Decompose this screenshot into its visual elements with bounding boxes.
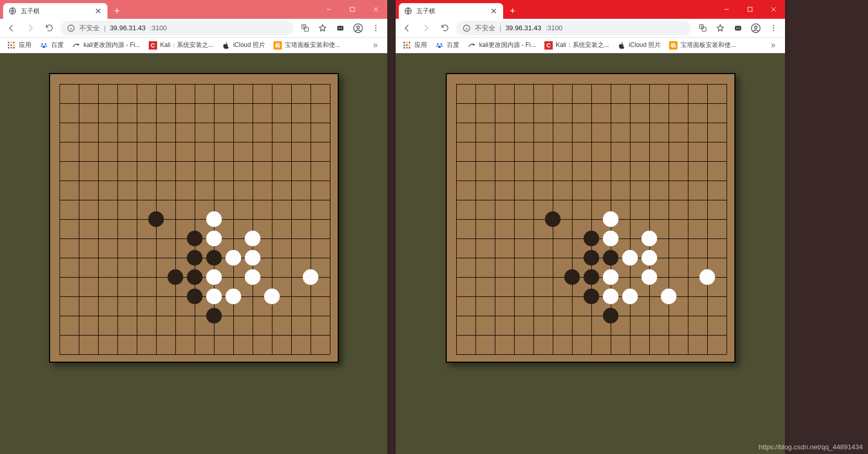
extension-icon[interactable] bbox=[731, 21, 745, 35]
bookmark-label: kali更改国内源 - Fi... bbox=[479, 41, 536, 50]
svg-point-53 bbox=[436, 45, 438, 47]
svg-rect-20 bbox=[10, 47, 12, 49]
menu-icon[interactable] bbox=[766, 21, 781, 35]
new-tab-button[interactable]: + bbox=[110, 4, 124, 18]
minimize-button[interactable] bbox=[317, 0, 340, 19]
close-window-button[interactable] bbox=[364, 0, 387, 19]
svg-point-40 bbox=[773, 27, 774, 28]
url-input[interactable]: 不安全|39.96.31.43:3100 bbox=[456, 21, 691, 35]
tab-close-icon[interactable] bbox=[490, 7, 498, 15]
url-host: 39.96.31.43 bbox=[110, 24, 146, 32]
stone-white bbox=[699, 269, 715, 285]
stone-white bbox=[603, 231, 619, 246]
browser-tab[interactable]: 五子棋 bbox=[399, 3, 503, 19]
stone-black bbox=[584, 289, 599, 304]
svg-rect-17 bbox=[10, 44, 12, 46]
profile-icon[interactable] bbox=[748, 21, 763, 35]
bookmark-overflow-icon[interactable] bbox=[367, 42, 383, 49]
bookmark-icon bbox=[617, 41, 626, 50]
bookmark-icon: C bbox=[544, 41, 553, 50]
bookmark-label: 应用 bbox=[414, 41, 427, 50]
globe-icon bbox=[8, 7, 17, 15]
back-button[interactable] bbox=[400, 21, 414, 35]
bookmark-item[interactable]: 杨宝塔面板安装和使... bbox=[270, 39, 343, 51]
star-icon[interactable] bbox=[315, 21, 330, 35]
profile-icon[interactable] bbox=[351, 21, 365, 35]
stone-white bbox=[206, 289, 222, 304]
grid-line bbox=[272, 84, 272, 354]
svg-point-25 bbox=[45, 45, 47, 47]
reload-button[interactable] bbox=[437, 21, 452, 35]
grid-line bbox=[456, 316, 727, 316]
svg-rect-48 bbox=[403, 47, 405, 49]
forward-button[interactable] bbox=[23, 21, 38, 35]
svg-rect-46 bbox=[406, 44, 408, 46]
bookmark-label: Kali：系统安装之... bbox=[556, 41, 609, 50]
star-icon[interactable] bbox=[713, 21, 728, 35]
bookmark-item[interactable]: CKali：系统安装之... bbox=[541, 39, 612, 51]
extension-icon[interactable] bbox=[333, 21, 348, 35]
gomoku-board[interactable] bbox=[49, 73, 339, 363]
forward-button[interactable] bbox=[419, 21, 433, 35]
url-input[interactable]: 不安全|39.96.31.43:3100 bbox=[61, 21, 293, 35]
svg-point-7 bbox=[341, 27, 342, 28]
bookmark-item[interactable]: 应用 bbox=[4, 39, 34, 51]
tab-close-icon[interactable] bbox=[94, 7, 102, 15]
grid-line bbox=[688, 84, 688, 354]
svg-rect-5 bbox=[337, 26, 343, 30]
bookmark-item[interactable]: iCloud 照片 bbox=[219, 39, 268, 51]
title-bar: 五子棋+ bbox=[0, 0, 387, 19]
stone-white bbox=[225, 250, 241, 266]
stone-white bbox=[264, 289, 280, 304]
stone-black bbox=[187, 289, 203, 304]
grid-line bbox=[60, 316, 330, 316]
svg-point-35 bbox=[736, 27, 738, 28]
bookmark-item[interactable]: 杨宝塔面板安装和使... bbox=[666, 39, 739, 51]
bookmark-item[interactable]: kali更改国内源 - Fi... bbox=[465, 39, 539, 51]
bookmark-item[interactable]: iCloud 照片 bbox=[614, 39, 664, 51]
bookmark-item[interactable]: 应用 bbox=[400, 39, 430, 51]
url-port: :3100 bbox=[545, 24, 563, 32]
new-tab-button[interactable]: + bbox=[505, 4, 520, 18]
svg-point-52 bbox=[441, 43, 442, 44]
browser-window: 五子棋+不安全|39.96.31.43:3100应用百度kali更改国内源 - … bbox=[396, 0, 785, 454]
svg-rect-43 bbox=[406, 42, 408, 43]
grid-line bbox=[291, 84, 292, 354]
grid-line bbox=[60, 354, 330, 355]
bookmark-item[interactable]: CKali：系统安装之... bbox=[146, 39, 217, 51]
bookmark-overflow-icon[interactable] bbox=[765, 42, 781, 49]
bookmark-icon bbox=[40, 41, 48, 50]
bookmark-label: 应用 bbox=[19, 41, 31, 50]
stone-white bbox=[622, 289, 638, 304]
stone-white bbox=[245, 269, 260, 285]
stone-black bbox=[206, 308, 222, 324]
grid-line bbox=[456, 335, 727, 336]
browser-tab[interactable]: 五子棋 bbox=[3, 3, 108, 19]
back-button[interactable] bbox=[4, 21, 19, 35]
translate-icon[interactable] bbox=[298, 21, 312, 35]
svg-rect-13 bbox=[8, 42, 9, 43]
menu-icon[interactable] bbox=[368, 21, 383, 35]
svg-rect-33 bbox=[702, 27, 706, 31]
gomoku-board[interactable] bbox=[446, 73, 735, 363]
svg-point-22 bbox=[41, 43, 43, 44]
svg-point-55 bbox=[438, 45, 441, 48]
close-window-button[interactable] bbox=[762, 0, 785, 19]
svg-text:C: C bbox=[151, 42, 155, 49]
grid-line bbox=[707, 84, 708, 354]
svg-point-23 bbox=[45, 43, 46, 44]
bookmark-icon bbox=[468, 41, 476, 50]
reload-button[interactable] bbox=[42, 21, 56, 35]
maximize-button[interactable] bbox=[340, 0, 364, 19]
translate-icon[interactable] bbox=[695, 21, 710, 35]
bookmark-item[interactable]: kali更改国内源 - Fi... bbox=[69, 39, 144, 51]
bookmark-item[interactable]: 百度 bbox=[37, 39, 67, 51]
bookmark-item[interactable]: 百度 bbox=[432, 39, 462, 51]
bookmark-label: Kali：系统安装之... bbox=[160, 41, 213, 50]
bookmark-label: 宝塔面板安装和使... bbox=[681, 41, 736, 50]
stone-white bbox=[641, 231, 657, 246]
svg-point-9 bbox=[357, 26, 360, 28]
maximize-button[interactable] bbox=[738, 0, 762, 19]
stone-white bbox=[603, 269, 619, 285]
minimize-button[interactable] bbox=[715, 0, 738, 19]
